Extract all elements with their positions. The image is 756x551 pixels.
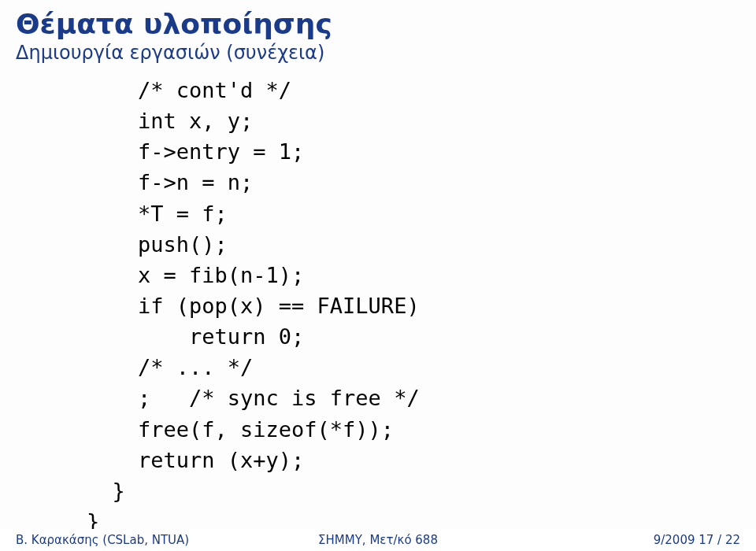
code-line: *T = f;	[87, 202, 228, 226]
footer-author: Β. Καρακάσης (CSLab, NTUA)	[16, 533, 258, 547]
code-line: ; /* sync is free */	[87, 386, 420, 410]
slide-subtitle: Δημιουργία εργασιών (συνέχεια)	[16, 42, 740, 64]
code-line: /* cont'd */	[87, 78, 291, 102]
code-line: free(f, sizeof(*f));	[87, 417, 394, 442]
code-line: return 0;	[87, 324, 304, 349]
code-line: return (x+y);	[87, 448, 304, 472]
code-line: if (pop(x) == FAILURE)	[87, 294, 420, 318]
slide: Θέματα υλοποίησης Δημιουργία εργασιών (σ…	[0, 0, 756, 551]
slide-title: Θέματα υλοποίησης	[16, 8, 740, 40]
footer: Β. Καρακάσης (CSLab, NTUA) ΣΗΜΜΥ, Μετ/κό…	[0, 529, 756, 551]
code-line: f->entry = 1;	[87, 139, 304, 164]
code-line: f->n = n;	[87, 170, 253, 194]
code-line: push();	[87, 232, 228, 257]
code-line: x = fib(n-1);	[87, 263, 304, 287]
footer-page: 9/2009 17 / 22	[498, 533, 740, 547]
code-line: int x, y;	[87, 109, 253, 133]
code-line: /* ... */	[87, 355, 253, 379]
code-block: /* cont'd */ int x, y; f->entry = 1; f->…	[16, 75, 740, 537]
footer-course: ΣΗΜΜΥ, Μετ/κό 688	[258, 533, 499, 547]
code-line: }	[87, 479, 125, 503]
